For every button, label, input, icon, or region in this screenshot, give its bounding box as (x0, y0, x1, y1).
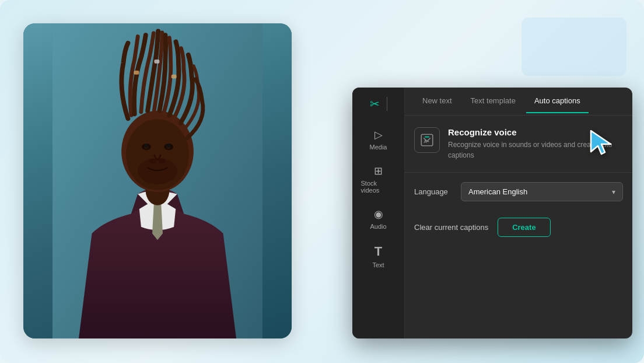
sidebar-item-audio-label: Audio (370, 223, 386, 230)
language-selected-value: American English (468, 187, 527, 196)
cursor-icon (589, 128, 617, 156)
deco-rectangle (522, 18, 626, 76)
media-icon: ▷ (374, 128, 383, 141)
sidebar: ✂ ▷ Media ⊞ Stock videos ◉ Audio T Text (352, 88, 405, 338)
photo-background (23, 23, 292, 338)
person-illustration (23, 23, 292, 338)
sidebar-item-media-label: Media (370, 144, 387, 151)
svg-marker-19 (591, 131, 611, 154)
language-select[interactable]: American English ▾ (461, 182, 623, 201)
svg-point-15 (145, 144, 148, 148)
tabs-bar: New text Text template Auto captions (405, 88, 632, 116)
actions-row: Clear current captions Create (405, 211, 632, 244)
tab-text-template[interactable]: Text template (463, 89, 524, 113)
language-row: Language American English ▾ (405, 173, 632, 211)
auto-captions-icon: A+ (419, 132, 435, 148)
tab-new-text[interactable]: New text (414, 89, 460, 113)
sidebar-item-audio[interactable]: ◉ Audio (356, 202, 401, 236)
tab-auto-captions[interactable]: Auto captions (526, 89, 589, 113)
text-icon: T (374, 244, 382, 259)
sidebar-item-stock-videos-label: Stock videos (361, 180, 396, 194)
chevron-down-icon: ▾ (612, 188, 615, 196)
svg-rect-13 (154, 60, 159, 64)
audio-icon: ◉ (374, 208, 383, 221)
logo-divider (387, 97, 387, 111)
app-logo-icon: ✂ (370, 97, 380, 111)
sidebar-item-text-label: Text (372, 261, 384, 268)
sidebar-item-media[interactable]: ▷ Media (356, 123, 401, 156)
language-label: Language (414, 187, 452, 196)
clear-captions-button[interactable]: Clear current captions (414, 218, 488, 236)
sidebar-item-stock-videos[interactable]: ⊞ Stock videos (356, 159, 401, 200)
svg-rect-12 (134, 71, 139, 75)
stock-videos-icon: ⊞ (374, 165, 383, 177)
svg-point-11 (138, 158, 177, 184)
sidebar-item-text[interactable]: T Text (356, 238, 401, 274)
photo-card (23, 23, 292, 338)
svg-rect-14 (172, 75, 177, 79)
svg-text:A+: A+ (424, 139, 430, 144)
create-button[interactable]: Create (498, 218, 550, 237)
editor-panel: ✂ ▷ Media ⊞ Stock videos ◉ Audio T Text … (352, 88, 632, 338)
recognize-voice-icon-box: A+ (414, 127, 440, 153)
main-content: New text Text template Auto captions A+ … (405, 88, 632, 338)
svg-point-16 (167, 144, 170, 148)
logo-area: ✂ (365, 97, 392, 111)
